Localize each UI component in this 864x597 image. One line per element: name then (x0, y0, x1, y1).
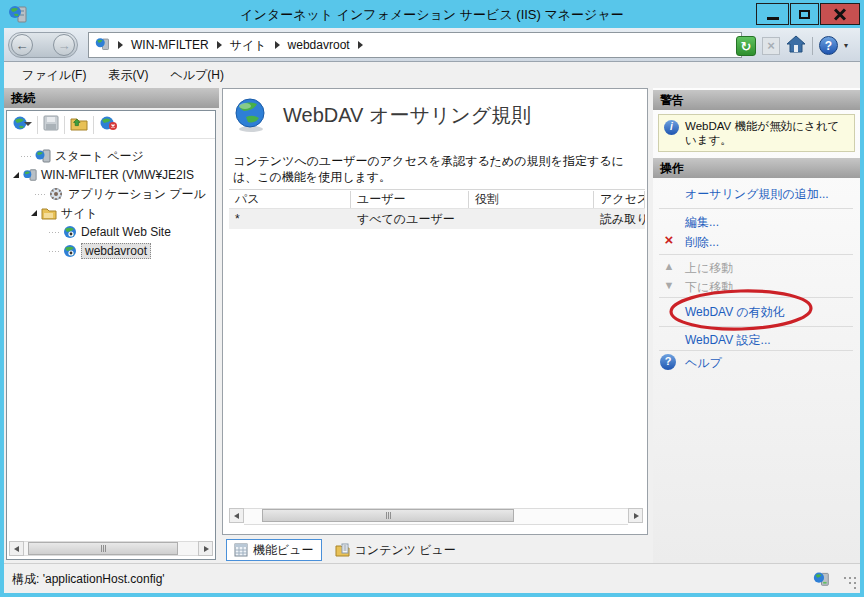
tree-dotted-line (35, 194, 45, 195)
menu-file[interactable]: ファイル(F) (22, 67, 86, 84)
menu-bar: ファイル(F) 表示(V) ヘルプ(H) (4, 62, 860, 88)
scroll-right-button[interactable] (198, 541, 213, 556)
feature-title-row: WebDAV オーサリング規則 (233, 97, 531, 133)
scrollbar-thumb[interactable] (262, 509, 514, 522)
move-down-arrow-icon: ▼ (661, 279, 677, 291)
tree-item-sites[interactable]: サイト (31, 204, 98, 222)
breadcrumb-arrow-icon (118, 41, 123, 49)
tree-item-default-web-site[interactable]: Default Web Site (49, 223, 171, 241)
action-add-authoring-rule[interactable]: オーサリング規則の追加... (685, 186, 829, 203)
breadcrumb-arrow-icon (358, 41, 363, 49)
forward-icon[interactable]: → (53, 34, 75, 56)
scrollbar-track[interactable] (24, 541, 198, 556)
actions-panel: 警告 i WebDAV 機能が無効にされています。 操作 オーサリング規則の追加… (653, 88, 860, 563)
tree-item-label: アプリケーション プール (68, 186, 206, 203)
home-icon[interactable] (786, 34, 806, 57)
alerts-header: 警告 (653, 90, 860, 110)
help-dropdown-caret-icon[interactable]: ▾ (844, 41, 848, 50)
expand-triangle-icon[interactable] (31, 210, 37, 216)
column-header-user[interactable]: ユーザー (351, 191, 469, 208)
scroll-left-icon (14, 546, 19, 552)
feature-horizontal-scrollbar[interactable] (229, 508, 643, 525)
breadcrumb-site-icon (95, 36, 110, 54)
breadcrumb-item-sites[interactable]: サイト (230, 37, 267, 54)
scrollbar-thumb[interactable] (28, 542, 178, 555)
minimize-icon (767, 17, 779, 20)
table-row[interactable]: * すべてのユーザー 読み取り (229, 209, 645, 229)
scroll-right-button[interactable] (628, 508, 643, 523)
tree-item-start-page[interactable]: スタート ページ (21, 147, 144, 165)
workspace: 接続 (4, 88, 860, 563)
warning-message: WebDAV 機能が無効にされています。 (685, 119, 849, 147)
cell-access: 読み取り (594, 211, 645, 228)
action-enable-webdav[interactable]: WebDAV の有効化 (685, 304, 785, 321)
breadcrumb[interactable]: WIN-MFILTER サイト webdavroot (88, 32, 742, 58)
expand-triangle-icon[interactable] (13, 172, 19, 178)
scroll-left-button[interactable] (9, 541, 24, 556)
breadcrumb-item-webdavroot[interactable]: webdavroot (288, 38, 350, 52)
action-help[interactable]: ヘルプ (685, 355, 722, 372)
scroll-right-icon (204, 546, 209, 552)
sites-folder-icon (41, 207, 57, 220)
tab-content-view[interactable]: コンテンツ ビュー (328, 539, 463, 561)
tree-item-app-pools[interactable]: アプリケーション プール (35, 185, 206, 203)
column-header-access[interactable]: アクセス (594, 191, 645, 208)
connections-panel: 接続 (4, 88, 219, 563)
actions-divider (659, 350, 853, 351)
connections-toolbar (7, 111, 215, 139)
action-webdav-settings[interactable]: WebDAV 設定... (685, 332, 771, 349)
web-site-icon (63, 225, 77, 239)
menu-help[interactable]: ヘルプ(H) (170, 67, 224, 84)
connections-horizontal-scrollbar[interactable] (9, 541, 213, 556)
breadcrumb-item-server[interactable]: WIN-MFILTER (131, 38, 209, 52)
webdav-globe-icon (233, 97, 269, 133)
refresh-icon[interactable]: ↻ (736, 36, 756, 56)
tree-item-webdavroot[interactable]: webdavroot (49, 242, 151, 260)
nav-button-group: ← → (8, 32, 78, 58)
action-edit[interactable]: 編集... (685, 214, 719, 231)
address-toolbar-icons: ↻ × ? ▾ (736, 34, 848, 57)
move-up-arrow-icon: ▲ (661, 260, 677, 272)
maximize-button[interactable] (790, 3, 819, 25)
create-connection-icon[interactable] (12, 115, 32, 134)
status-bar: 構成: 'applicationHost.config' (4, 563, 860, 593)
content-view-icon (335, 543, 350, 557)
tree-item-label: WIN-MFILTER (VMW¥JE2IS (41, 168, 194, 182)
help-circle-icon: ? (660, 354, 676, 370)
help-icon[interactable]: ? (819, 36, 838, 55)
address-bar: ← → WIN-MFILTER サイト webdavroot ↻ × ? ▾ (4, 28, 860, 62)
view-tabs: 機能ビュー コンテンツ ビュー (226, 538, 463, 562)
toolbar-separator (93, 116, 94, 134)
tab-features-view[interactable]: 機能ビュー (226, 539, 322, 561)
toolbar-separator (64, 116, 65, 134)
breadcrumb-arrow-icon (217, 41, 222, 49)
up-level-folder-icon[interactable] (70, 115, 88, 134)
warning-box: i WebDAV 機能が無効にされています。 (658, 114, 855, 152)
column-header-path[interactable]: パス (229, 191, 351, 208)
tree-dotted-line (49, 232, 59, 233)
tab-label: 機能ビュー (253, 542, 314, 559)
scrollbar-track[interactable] (244, 508, 628, 525)
actions-divider (659, 326, 853, 327)
close-button[interactable] (820, 3, 860, 25)
menu-view[interactable]: 表示(V) (108, 67, 148, 84)
delete-connection-icon (99, 115, 119, 134)
connections-tree: スタート ページ WIN-MFILTER (VMW¥JE2IS アプリケーション… (7, 141, 215, 539)
action-move-down: 下に移動 (685, 279, 733, 296)
back-icon[interactable]: ← (11, 34, 33, 56)
web-site-icon (63, 244, 77, 258)
resize-grip[interactable] (843, 576, 856, 589)
maximize-icon (799, 10, 810, 19)
toolbar-separator (37, 116, 38, 134)
tree-item-server[interactable]: WIN-MFILTER (VMW¥JE2IS (13, 166, 194, 184)
column-header-role[interactable]: 役割 (469, 191, 594, 208)
actions-divider (659, 254, 853, 255)
scroll-left-button[interactable] (229, 508, 244, 523)
info-icon: i (664, 120, 679, 135)
action-delete[interactable]: 削除... (685, 234, 719, 251)
action-move-up: 上に移動 (685, 260, 733, 277)
tree-item-label: サイト (61, 205, 98, 222)
feature-panel: WebDAV オーサリング規則 コンテンツへのユーザーのアクセスを承認するための… (222, 88, 648, 535)
scroll-right-icon (634, 513, 639, 519)
minimize-button[interactable] (756, 3, 789, 25)
